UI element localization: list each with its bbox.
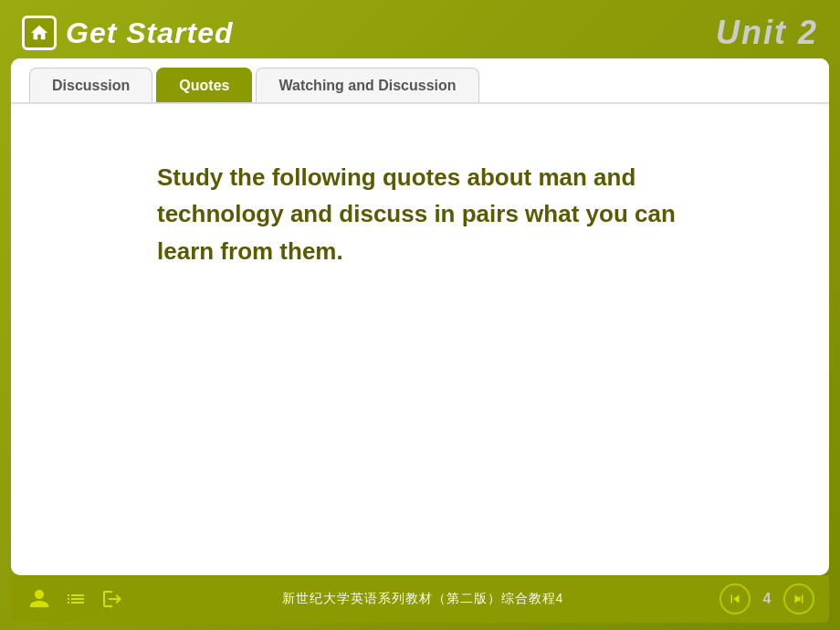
- list-icon[interactable]: [62, 585, 89, 613]
- bottom-nav: 4: [719, 583, 814, 614]
- next-button[interactable]: [783, 583, 814, 614]
- header-left: Get Started: [22, 16, 233, 50]
- tab-quotes[interactable]: Quotes: [156, 68, 252, 102]
- user-icon[interactable]: [26, 585, 53, 613]
- unit-label: Unit 2: [716, 14, 818, 52]
- tab-bar: Discussion Quotes Watching and Discussio…: [11, 58, 829, 104]
- page-number: 4: [758, 591, 776, 607]
- content-area: Study the following quotes about man and…: [11, 104, 829, 575]
- prev-button[interactable]: [719, 583, 751, 614]
- tab-discussion[interactable]: Discussion: [29, 68, 152, 102]
- bottom-bar: 新世纪大学英语系列教材（第二版）综合教程4 4: [11, 575, 829, 623]
- outer-frame: Get Started Unit 2 Discussion Quotes Wat…: [0, 0, 840, 630]
- exit-icon[interactable]: [99, 585, 126, 613]
- footer-text: 新世纪大学英语系列教材（第二版）综合教程4: [282, 591, 564, 607]
- bottom-left-icons: [26, 585, 126, 613]
- main-content: Discussion Quotes Watching and Discussio…: [11, 58, 829, 575]
- home-icon-box[interactable]: [22, 16, 57, 50]
- page-title: Get Started: [66, 16, 233, 50]
- content-text: Study the following quotes about man and…: [157, 159, 705, 269]
- home-icon: [29, 23, 49, 43]
- tab-watching[interactable]: Watching and Discussion: [256, 68, 478, 102]
- header: Get Started Unit 2: [7, 7, 833, 58]
